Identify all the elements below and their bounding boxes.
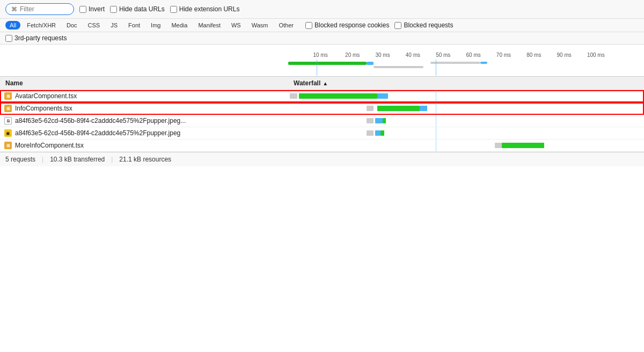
- waterfall-bar: [375, 130, 380, 136]
- tick-20ms: 20 ms: [345, 52, 360, 58]
- name-cell[interactable]: ⊞MoreInfoComponent.tsx: [0, 140, 288, 151]
- waterfall-bar: [383, 118, 386, 123]
- waterfall-divider-icon: [436, 127, 436, 139]
- tick-80ms: 80 ms: [526, 52, 541, 58]
- waterfall-bar: [420, 106, 427, 111]
- invert-checkbox[interactable]: [79, 6, 86, 13]
- waterfall-cell: [288, 140, 644, 152]
- waterfall-bar: [367, 130, 374, 136]
- waterfall-divider-icon: [436, 140, 436, 151]
- tick-30ms: 30 ms: [375, 52, 390, 58]
- file-name: AvatarComponent.tsx: [15, 92, 77, 100]
- table-row[interactable]: ▣a84f63e5-62cd-456b-89f4-c2adddc4e575%2F…: [0, 127, 644, 140]
- timeline-bar-blue2: [480, 62, 487, 64]
- waterfall-divider-icon: [436, 115, 436, 127]
- table-row[interactable]: ⊞AvatarComponent.tsx: [0, 90, 644, 102]
- type-btn-manifest[interactable]: Manifest: [194, 21, 225, 30]
- blocked-requests-label[interactable]: Blocked requests: [394, 21, 453, 29]
- waterfall-bar: [299, 93, 377, 99]
- waterfall-bar: [290, 93, 297, 99]
- waterfall-bar: [367, 106, 374, 111]
- type-btn-css[interactable]: CSS: [84, 21, 105, 30]
- waterfall-bar: [377, 93, 388, 99]
- table-row[interactable]: ⊞MoreInfoComponent.tsx: [0, 140, 644, 152]
- waterfall-bar: [377, 106, 420, 111]
- type-btn-other[interactable]: Other: [274, 21, 298, 30]
- tick-40ms: 40 ms: [406, 52, 420, 58]
- type-filter-bar: All Fetch/XHR Doc CSS JS Font Img Media …: [0, 19, 644, 32]
- blocked-response-cookies-label[interactable]: Blocked response cookies: [305, 21, 389, 29]
- filter-bar: ⌘ Invert Hide data URLs Hide extension U…: [0, 0, 644, 19]
- type-btn-font[interactable]: Font: [124, 21, 144, 30]
- filter-input[interactable]: [20, 5, 68, 13]
- timeline-header: 10 ms 20 ms 30 ms 40 ms 50 ms 60 ms 70 m…: [0, 45, 644, 77]
- waterfall-header[interactable]: Waterfall ▲: [288, 77, 644, 90]
- file-name: a84f63e5-62cd-456b-89f4-c2adddc4e575%2Fp…: [15, 129, 180, 137]
- footer: 5 requests | 10.3 kB transferred | 21.1 …: [0, 152, 644, 166]
- waterfall-cell: [288, 127, 644, 140]
- jpeg-icon: ▣: [4, 129, 12, 137]
- waterfall-bar: [367, 118, 374, 123]
- name-cell[interactable]: 🖻a84f63e5-62cd-456b-89f4-c2adddc4e575%2F…: [0, 115, 288, 127]
- footer-requests: 5 requests: [5, 156, 35, 163]
- table-row[interactable]: ⊞InfoComponents.tsx: [0, 102, 644, 115]
- requests-table: Name Waterfall ▲ ⊞AvatarComponent.tsx⊞In…: [0, 77, 644, 152]
- tsx-icon: ⊞: [4, 105, 12, 112]
- waterfall-bar: [502, 143, 545, 148]
- waterfall-bar: [375, 118, 382, 123]
- waterfall-divider-icon: [436, 90, 436, 102]
- file-name: InfoComponents.tsx: [15, 105, 72, 112]
- tsx-icon: ⊞: [4, 142, 12, 149]
- file-name: MoreInfoComponent.tsx: [15, 142, 84, 149]
- tick-100ms: 100 ms: [587, 52, 605, 58]
- footer-resources: 21.1 kB resources: [119, 156, 171, 163]
- type-btn-ws[interactable]: WS: [227, 21, 245, 30]
- tsx-icon: ⊞: [4, 92, 12, 100]
- third-party-bar: 3rd-party requests: [0, 32, 644, 45]
- table-container: Name Waterfall ▲ ⊞AvatarComponent.tsx⊞In…: [0, 77, 644, 152]
- tick-60ms: 60 ms: [466, 52, 481, 58]
- blocked-response-cookies-checkbox[interactable]: [305, 22, 312, 29]
- hide-data-urls-label[interactable]: Hide data URLs: [110, 5, 165, 13]
- timeline-bar-green: [288, 62, 367, 65]
- type-btn-fetch[interactable]: Fetch/XHR: [23, 21, 60, 30]
- waterfall-cell: [288, 90, 644, 102]
- type-btn-js[interactable]: JS: [106, 21, 122, 30]
- type-btn-all[interactable]: All: [5, 21, 20, 30]
- tick-70ms: 70 ms: [496, 52, 511, 58]
- img-plain-icon: 🖻: [4, 117, 12, 124]
- name-header[interactable]: Name: [0, 77, 288, 90]
- name-cell[interactable]: ⊞AvatarComponent.tsx: [0, 90, 288, 102]
- waterfall-cell: [288, 102, 644, 115]
- filter-input-wrap[interactable]: ⌘: [5, 3, 74, 15]
- sort-arrow-icon: ▲: [323, 80, 328, 86]
- divider-cyan1: [317, 60, 317, 76]
- table-row[interactable]: 🖻a84f63e5-62cd-456b-89f4-c2adddc4e575%2F…: [0, 115, 644, 127]
- footer-sep2: |: [111, 156, 113, 163]
- tick-10ms: 10 ms: [313, 52, 327, 58]
- type-btn-wasm[interactable]: Wasm: [247, 21, 273, 30]
- timeline-bars: [288, 60, 644, 76]
- hide-extension-urls-label[interactable]: Hide extension URLs: [170, 5, 240, 13]
- table-body: ⊞AvatarComponent.tsx⊞InfoComponents.tsx🖻…: [0, 90, 644, 152]
- blocked-requests-checkbox[interactable]: [394, 22, 401, 29]
- hide-extension-urls-checkbox[interactable]: [170, 6, 177, 13]
- timeline-bar-gray1: [374, 66, 423, 68]
- tick-90ms: 90 ms: [557, 52, 572, 58]
- third-party-checkbox[interactable]: [5, 35, 12, 42]
- name-cell[interactable]: ▣a84f63e5-62cd-456b-89f4-c2adddc4e575%2F…: [0, 127, 288, 139]
- type-btn-media[interactable]: Media: [167, 21, 192, 30]
- waterfall-bar: [495, 143, 502, 148]
- invert-label[interactable]: Invert: [79, 5, 105, 13]
- third-party-label[interactable]: 3rd-party requests: [5, 34, 639, 42]
- filter-icon: ⌘: [11, 6, 17, 13]
- footer-transferred: 10.3 kB transferred: [50, 156, 105, 163]
- file-name: a84f63e5-62cd-456b-89f4-c2adddc4e575%2Fp…: [15, 117, 186, 124]
- timeline-bar-blue1: [367, 62, 374, 65]
- table-header-row: Name Waterfall ▲: [0, 77, 644, 90]
- hide-data-urls-checkbox[interactable]: [110, 6, 117, 13]
- name-cell[interactable]: ⊞InfoComponents.tsx: [0, 102, 288, 114]
- waterfall-bar: [380, 130, 384, 136]
- type-btn-doc[interactable]: Doc: [62, 21, 82, 30]
- type-btn-img[interactable]: Img: [147, 21, 165, 30]
